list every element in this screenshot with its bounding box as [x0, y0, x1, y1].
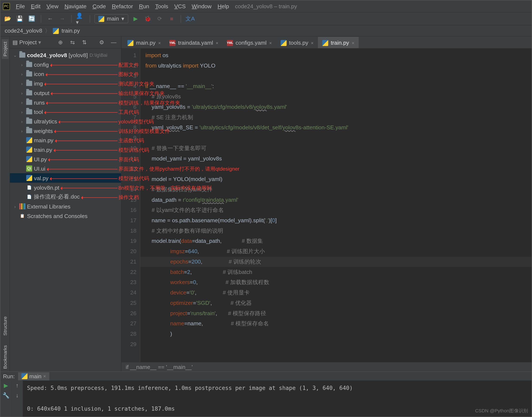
code-line-10[interactable]: # 替换一下变量名即可: [140, 143, 532, 154]
tab-train.py[interactable]: train.py×: [318, 37, 359, 48]
tree-folder-output[interactable]: ›output: [10, 88, 121, 98]
tree-scratches[interactable]: 📋Scratches and Consoles: [10, 211, 121, 220]
menu-file[interactable]: File: [16, 3, 25, 9]
menu-vcs[interactable]: VCS: [174, 3, 186, 9]
locate-icon[interactable]: ⊕: [56, 38, 65, 47]
code-editor[interactable]: 1234567891011121314151617181920212223242…: [121, 49, 532, 362]
menu-tools[interactable]: Tools: [155, 3, 168, 9]
code-line-13[interactable]: model = YOLO(model_yaml): [140, 174, 532, 185]
open-icon[interactable]: 📂: [3, 14, 12, 23]
sidebar-title[interactable]: ▤Project▾: [12, 39, 41, 45]
forward-icon[interactable]: →: [58, 14, 67, 23]
tree-file-操作流程-必看.doc[interactable]: 📄操作流程-必看.doc: [10, 192, 121, 202]
run-button[interactable]: ▶: [131, 14, 141, 23]
code-line-11[interactable]: model_yaml = yaml_yolov8s: [140, 154, 532, 164]
back-icon[interactable]: ←: [45, 14, 55, 23]
code-line-23[interactable]: workers=0, # 加载数据线程数: [140, 277, 532, 288]
tree-folder-runs[interactable]: ›runs: [10, 98, 121, 107]
user-icon[interactable]: 👤▾: [76, 14, 85, 23]
close-icon[interactable]: ×: [43, 374, 46, 379]
tree-external-libraries[interactable]: ›External Libraries: [10, 202, 121, 211]
tree-folder-ultralytics[interactable]: ›ultralytics: [10, 116, 121, 126]
code-line-14[interactable]: # 数据集路径的yaml文件: [140, 184, 532, 195]
close-icon[interactable]: ×: [216, 40, 218, 45]
editor-breadcrumb[interactable]: if __name__ == '__main__': [121, 362, 532, 372]
menu-view[interactable]: View: [47, 3, 59, 9]
translate-icon[interactable]: 文A: [186, 14, 195, 23]
tree-folder-icon[interactable]: ›icon: [10, 69, 121, 79]
close-icon[interactable]: ×: [311, 40, 314, 45]
code-line-8[interactable]: yaml_yolov8_SE = 'ultralytics/cfg/models…: [140, 123, 532, 133]
code-line-18[interactable]: # 文档中对参数有详细的说明: [140, 226, 532, 236]
code-line-2[interactable]: from ultralytics import YOLO: [140, 61, 532, 71]
stop-button[interactable]: ■: [167, 14, 176, 23]
up-icon[interactable]: ↑: [16, 382, 19, 388]
expand-icon[interactable]: ⇆: [68, 38, 77, 47]
tree-folder-tool[interactable]: ›tool: [10, 107, 121, 117]
code-line-6[interactable]: yaml_yolov8s = 'ultralytics/cfg/models/v…: [140, 102, 532, 112]
tree-file-yolov8n.pt[interactable]: 📄yolov8n.pt: [10, 183, 121, 192]
save-icon[interactable]: 💾: [15, 14, 25, 23]
tab-tools.py[interactable]: tools.py×: [276, 37, 318, 48]
crumb-file[interactable]: train.py: [61, 28, 80, 34]
menu-help[interactable]: Help: [217, 3, 229, 9]
close-icon[interactable]: ×: [158, 40, 161, 45]
code-line-5[interactable]: # 原yolov8s: [140, 92, 532, 102]
tree-file-UI.py[interactable]: UI.py: [10, 154, 121, 164]
run-tab[interactable]: main ×: [18, 372, 49, 380]
code-line-4[interactable]: if __name__ == '__main__':: [140, 81, 532, 92]
menu-refactor[interactable]: Refactor: [112, 3, 133, 9]
menu-navigate[interactable]: Navigate: [64, 3, 87, 9]
tool-project[interactable]: Project: [1, 39, 8, 59]
code-line-22[interactable]: batch=2, # 训练batch: [140, 267, 532, 277]
code-line-26[interactable]: project='runs/train', # 模型保存路径: [140, 308, 532, 319]
code-line-17[interactable]: name = os.path.basename(model_yaml).spli…: [140, 215, 532, 226]
sync-icon[interactable]: 🔄: [27, 14, 37, 23]
crumb-root[interactable]: code24_yolov8: [5, 28, 42, 34]
code-line-28[interactable]: ): [140, 329, 532, 339]
tree-root[interactable]: ⌄code24_yolov8 [yolov8] D:\lg\Bai: [10, 50, 121, 60]
tree-file-train.py[interactable]: train.py: [10, 145, 121, 154]
hide-icon[interactable]: —: [109, 38, 119, 47]
run-config-selector[interactable]: main ▾: [94, 14, 128, 23]
collapse-icon[interactable]: ⇅: [80, 38, 89, 47]
wrench-icon[interactable]: 🔧: [2, 392, 9, 398]
rerun-icon[interactable]: ▶: [4, 382, 8, 388]
code-line-20[interactable]: imgsz=640, # 训练图片大小: [140, 246, 532, 257]
code-line-27[interactable]: name=name, # 模型保存命名: [140, 319, 532, 329]
coverage-icon[interactable]: ⟳: [155, 14, 165, 23]
tab-main.py[interactable]: main.py×: [123, 37, 165, 48]
code-line-29[interactable]: [140, 339, 532, 349]
tree-folder-config[interactable]: ›config: [10, 60, 121, 69]
menu-run[interactable]: Run: [139, 3, 149, 9]
tree-file-UI.ui[interactable]: QtUI.ui: [10, 164, 121, 173]
code-line-7[interactable]: # SE 注意力机制: [140, 112, 532, 123]
code-line-16[interactable]: # 以yaml文件的名字进行命名: [140, 205, 532, 216]
tree-folder-img[interactable]: ›img: [10, 79, 121, 88]
code-line-12[interactable]: [140, 164, 532, 174]
code-line-15[interactable]: data_path = r'config\traindata.yaml': [140, 195, 532, 205]
code-line-19[interactable]: model.train(data=data_path, # 数据集: [140, 236, 532, 246]
menu-code[interactable]: Code: [92, 3, 106, 9]
menu-window[interactable]: Window: [192, 3, 211, 9]
code-line-24[interactable]: device='0', # 使用显卡: [140, 288, 532, 298]
code-line-9[interactable]: [140, 133, 532, 143]
tree-folder-weights[interactable]: ›weights: [10, 126, 121, 136]
tool-bookmarks[interactable]: Bookmarks: [1, 343, 8, 372]
code-line-21[interactable]: epochs=200, # 训练的轮次: [140, 257, 532, 267]
debug-button[interactable]: 🐞: [143, 14, 152, 23]
tree-file-main.py[interactable]: main.py: [10, 136, 121, 145]
menu-edit[interactable]: Edit: [31, 3, 40, 9]
down-icon[interactable]: ↓: [16, 392, 19, 398]
code-line-1[interactable]: import os: [140, 50, 532, 61]
tab-configs.yaml[interactable]: YMLconfigs.yaml×: [223, 37, 276, 48]
code-line-25[interactable]: optimizer='SGD', # 优化器: [140, 298, 532, 308]
tab-traindata.yaml[interactable]: YMLtraindata.yaml×: [165, 37, 223, 48]
close-icon[interactable]: ×: [351, 40, 354, 45]
console-output[interactable]: Speed: 5.0ms preprocess, 191.1ms inferen…: [23, 380, 531, 417]
settings-icon[interactable]: ⚙: [97, 38, 106, 47]
tool-structure[interactable]: Structure: [1, 314, 8, 338]
tree-file-val.py[interactable]: val.py: [10, 173, 121, 183]
close-icon[interactable]: ×: [269, 40, 272, 45]
code-line-3[interactable]: [140, 71, 532, 81]
